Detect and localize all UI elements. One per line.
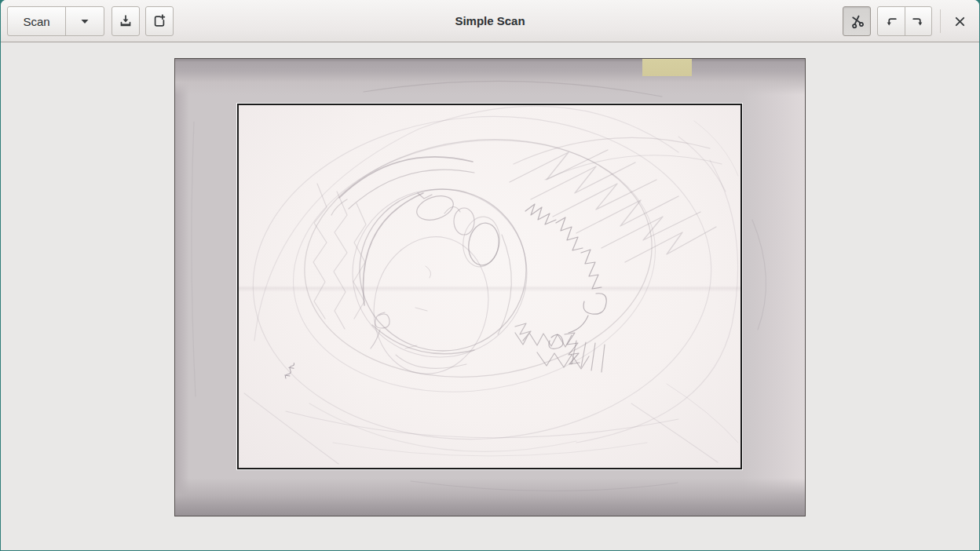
rotate-left-icon [884,14,898,28]
close-button[interactable] [947,8,972,35]
close-icon [954,16,966,27]
scanned-page-image [174,58,806,516]
scanned-sketch [239,105,740,468]
scan-preview-area [1,42,979,550]
crop-scissors-icon [850,14,865,29]
simple-scan-window: Simple Scan Scan [1,0,979,550]
scan-options-dropdown-button[interactable] [65,7,104,35]
scan-button[interactable]: Scan [8,7,65,35]
scan-button-label: Scan [23,15,49,28]
scan-split-button: Scan [7,6,104,36]
add-page-button[interactable] [145,6,174,36]
save-button[interactable] [112,6,140,36]
rotate-left-button[interactable] [878,7,905,35]
add-page-icon [152,14,166,28]
rotate-right-button[interactable] [905,7,932,35]
crop-button[interactable] [843,6,871,36]
header-separator [940,9,941,33]
crop-selection[interactable] [237,104,742,469]
rotate-right-icon [911,14,925,28]
save-icon [119,14,133,28]
header-bar: Simple Scan Scan [1,0,979,42]
rotate-button-group [877,6,932,36]
chevron-down-icon [80,18,90,24]
